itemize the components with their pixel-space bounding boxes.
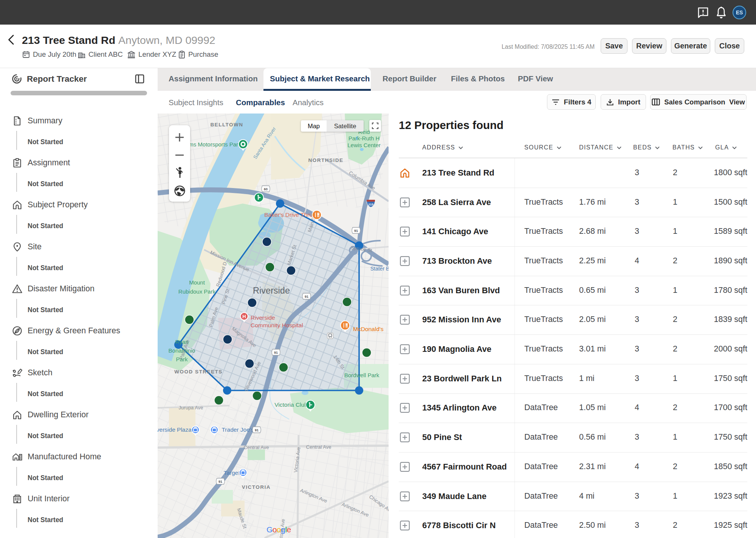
svg-text:91: 91	[354, 229, 358, 233]
svg-text:H: H	[242, 314, 246, 319]
svg-text:215: 215	[368, 203, 373, 206]
svg-text:91: 91	[218, 480, 222, 484]
svg-text:60: 60	[264, 187, 268, 191]
svg-text:91: 91	[305, 295, 308, 299]
svg-text:91: 91	[255, 428, 259, 432]
svg-text:91: 91	[274, 351, 278, 355]
